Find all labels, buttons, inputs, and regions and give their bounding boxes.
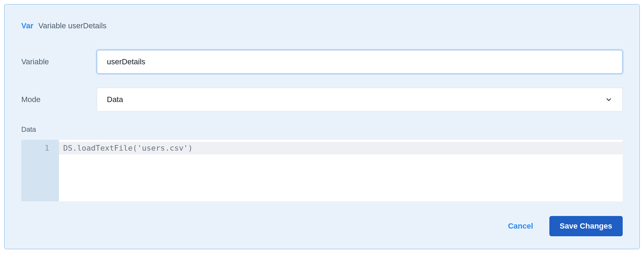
variable-editor-panel: Var Variable userDetails Variable Mode D… [4, 4, 640, 249]
panel-header: Var Variable userDetails [21, 21, 623, 30]
code-gutter: 1 [21, 140, 59, 201]
variable-row: Variable [21, 50, 623, 74]
mode-select-value: Data [107, 95, 123, 104]
line-number: 1 [21, 142, 59, 154]
mode-row: Mode Data [21, 88, 623, 111]
cancel-button[interactable]: Cancel [506, 218, 535, 234]
chevron-down-icon [605, 96, 613, 103]
data-label: Data [21, 125, 623, 134]
footer-actions: Cancel Save Changes [21, 216, 623, 236]
panel-title: Variable userDetails [38, 21, 107, 30]
variable-label: Variable [21, 57, 97, 66]
code-area[interactable]: DS.loadTextFile('users.csv') [59, 140, 623, 201]
code-line-1[interactable]: DS.loadTextFile('users.csv') [59, 142, 623, 154]
mode-select[interactable]: Data [97, 88, 623, 111]
variable-input[interactable] [97, 50, 623, 74]
save-button[interactable]: Save Changes [549, 216, 623, 236]
var-badge: Var [21, 21, 34, 30]
mode-label: Mode [21, 95, 97, 104]
code-editor[interactable]: 1 DS.loadTextFile('users.csv') [21, 140, 623, 201]
